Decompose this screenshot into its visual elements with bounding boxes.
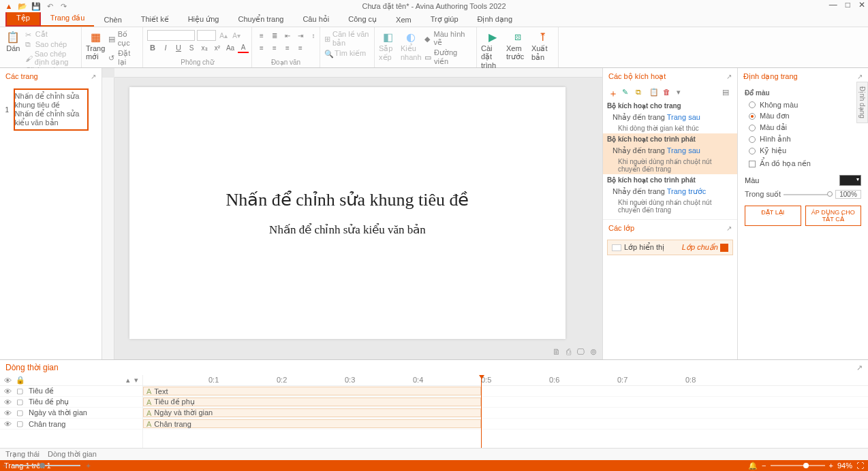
fill-none-radio[interactable]: Không màu <box>745 99 861 110</box>
open-icon[interactable]: 📂 <box>18 1 27 11</box>
indent-inc-icon[interactable]: ⇥ <box>295 30 306 41</box>
slide-canvas[interactable]: Nhấn để chỉnh sửa khung tiêu đề Nhấn để … <box>129 87 565 339</box>
font-family-select[interactable] <box>147 30 195 41</box>
reset-format-button[interactable]: ĐẶT LẠI <box>745 206 801 226</box>
maximize-button[interactable]: □ <box>846 0 850 10</box>
bullets-icon[interactable]: ≡ <box>256 30 267 41</box>
timeline-tab[interactable]: Dòng thời gian <box>48 450 97 459</box>
shape-fill-button[interactable]: ◆Màu hình vẽ <box>424 30 472 47</box>
cut-button[interactable]: ✂Cắt <box>25 30 77 39</box>
panel-pin-icon[interactable]: ↗ <box>91 73 96 80</box>
tab-format[interactable]: Định dạng <box>468 12 523 27</box>
eye-header-icon[interactable]: 👁 <box>4 376 12 385</box>
numbering-icon[interactable]: ≣ <box>269 30 280 41</box>
save-icon[interactable]: 💾 <box>31 1 41 11</box>
font-shrink-icon[interactable]: A▾ <box>231 30 242 41</box>
paste-button[interactable]: 📋Dán <box>4 30 22 52</box>
minimize-button[interactable]: — <box>829 0 837 10</box>
case-icon[interactable]: Aa <box>225 42 236 53</box>
timeline-pin-icon[interactable]: ↗ <box>856 363 863 372</box>
tab-help[interactable]: Trợ giúp <box>421 12 468 27</box>
tab-tools[interactable]: Công cụ <box>339 12 386 27</box>
timeline-clip[interactable]: ATiêu đề phụ <box>143 397 481 406</box>
arrange-button[interactable]: ◧Sắp xếp <box>379 30 398 62</box>
fit-text-button[interactable]: ⊞Căn lề văn bản <box>324 30 370 48</box>
layers-pin-icon[interactable]: ↗ <box>726 225 732 232</box>
timeline-clip[interactable]: AChân trang <box>143 419 481 428</box>
italic-icon[interactable]: I <box>160 42 171 53</box>
undo-icon[interactable]: ↶ <box>45 1 55 11</box>
slide-title-placeholder[interactable]: Nhấn để chỉnh sửa khung tiêu đề <box>226 189 469 210</box>
timeline-object-row[interactable]: 👁▢Tiêu đề phụ <box>0 397 142 408</box>
font-color-icon[interactable]: A <box>238 42 249 53</box>
tab-home[interactable]: Trang đầu <box>41 11 95 27</box>
sup-icon[interactable]: x² <box>212 42 223 53</box>
slide-thumbnail[interactable]: Nhấn để chỉnh sửa khung tiêu đề Nhấn để … <box>14 88 89 131</box>
align-left-icon[interactable]: ≡ <box>256 42 267 53</box>
playhead[interactable] <box>481 375 482 448</box>
apply-all-button[interactable]: ÁP DỤNG CHO TẤT CẢ <box>805 206 862 226</box>
zoom-in-status-icon[interactable]: + <box>829 461 833 470</box>
fill-gradient-radio[interactable]: Màu dải <box>745 122 861 133</box>
opacity-slider[interactable] <box>784 194 833 195</box>
align-justify-icon[interactable]: ≡ <box>295 42 306 53</box>
paste-trigger-icon[interactable]: 📋 <box>649 88 659 97</box>
font-size-select[interactable] <box>197 30 216 41</box>
timeline-object-row[interactable]: 👁▢Tiêu đề <box>0 386 142 397</box>
timeline-object-row[interactable]: 👁▢Ngày và thời gian <box>0 408 142 419</box>
zoom-slider[interactable] <box>771 465 825 466</box>
monitor-icon[interactable]: 🖵 <box>576 347 585 357</box>
fill-pattern-radio[interactable]: Kỹ hiệu <box>745 145 861 157</box>
hide-bg-graphics-check[interactable]: Ẩn đồ họa nền <box>745 157 861 171</box>
new-page-button[interactable]: ▦Trang mới <box>86 30 106 61</box>
align-center-icon[interactable]: ≡ <box>269 42 280 53</box>
fill-solid-radio[interactable]: Màu đơn <box>745 110 861 122</box>
copy-trigger-icon[interactable]: ⧉ <box>636 88 645 97</box>
format-pin-icon[interactable]: ↗ <box>857 73 863 80</box>
layer-visible-check[interactable] <box>720 244 728 252</box>
notes-icon[interactable]: 🗎 <box>553 347 561 357</box>
redo-icon[interactable]: ↷ <box>59 1 68 11</box>
print-icon[interactable]: ⎙ <box>566 347 571 357</box>
fit-icon[interactable]: ⛶ <box>856 461 864 470</box>
underline-icon[interactable]: U <box>173 42 184 53</box>
format-side-tab[interactable]: Định dạng <box>856 82 868 123</box>
tab-effects[interactable]: Hiệu ứng <box>179 12 229 27</box>
notify-icon[interactable]: 🔔 <box>748 461 758 470</box>
fill-image-radio[interactable]: Hình ảnh <box>745 133 861 145</box>
delete-trigger-icon[interactable]: 🗑 <box>663 88 672 97</box>
shape-outline-button[interactable]: ▭Đường viền <box>424 48 472 66</box>
zoom-out-status-icon[interactable]: − <box>762 461 766 470</box>
reset-button[interactable]: ↺Đặt lại <box>108 49 138 67</box>
tab-question[interactable]: Câu hỏi <box>293 12 339 27</box>
strike-icon[interactable]: S <box>186 42 197 53</box>
font-grow-icon[interactable]: A▴ <box>218 30 229 41</box>
quick-styles-button[interactable]: ◐Kiểu nhanh <box>401 30 422 61</box>
close-button[interactable]: ✕ <box>858 0 865 10</box>
trigger-row[interactable]: Nhảy đến trang Trang trước <box>603 186 737 197</box>
sub-icon[interactable]: x₂ <box>199 42 210 53</box>
opacity-input[interactable]: 100% <box>835 190 861 199</box>
trigger-row[interactable]: Nhảy đến trang Trang sau <box>603 112 737 123</box>
timeline-object-row[interactable]: 👁▢Chân trang <box>0 419 142 429</box>
collapse-up-icon[interactable]: ▴ <box>126 376 130 385</box>
find-button[interactable]: 🔍Tìm kiếm <box>324 49 370 58</box>
tab-view[interactable]: Xem <box>386 13 421 27</box>
camera-icon[interactable]: ⊚ <box>590 347 597 357</box>
preview-button[interactable]: ⧇Xem trước <box>506 30 529 61</box>
collapse-down-icon[interactable]: ▾ <box>134 376 138 385</box>
lock-header-icon[interactable]: 🔒 <box>16 376 25 385</box>
publish-button[interactable]: ⤒Xuất bản <box>531 30 554 62</box>
triggers-pin-icon[interactable]: ↗ <box>726 73 732 80</box>
copy-button[interactable]: ⧉Sao chép <box>25 40 77 48</box>
color-picker[interactable] <box>839 175 861 186</box>
layout-button[interactable]: ▤Bố cục <box>108 30 138 48</box>
timeline-clip[interactable]: ANgày và thời gian <box>143 408 481 417</box>
timeline-clip[interactable]: AText <box>143 387 481 395</box>
edit-trigger-icon[interactable]: ✎ <box>622 88 632 97</box>
tab-transition[interactable]: Chuyển trang <box>228 12 293 27</box>
slide-subtitle-placeholder[interactable]: Nhấn để chỉnh sửa kiểu văn bản <box>269 223 426 237</box>
layer-row[interactable]: Lớp hiển thị Lớp chuẩn <box>607 240 733 255</box>
tab-insert[interactable]: Chèn <box>94 13 131 27</box>
bold-icon[interactable]: B <box>147 42 158 53</box>
